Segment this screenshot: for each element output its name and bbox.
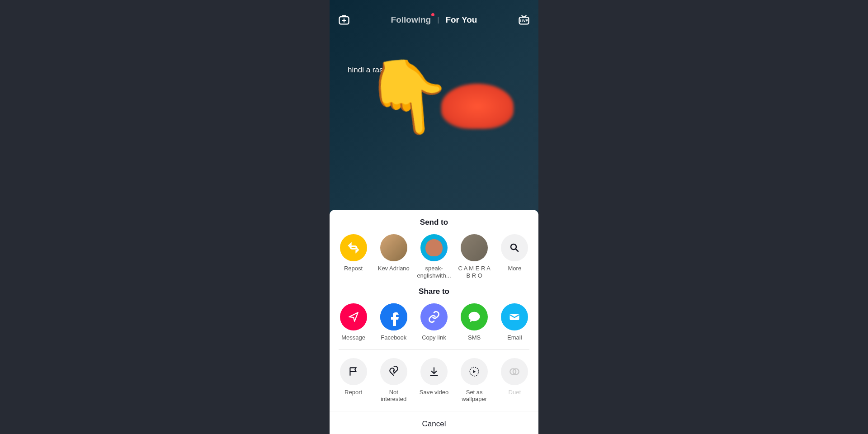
message-icon [340,303,367,330]
divider [339,349,529,350]
action-label: Set as wallpaper [456,389,492,403]
repost-button[interactable]: Repost [335,234,372,279]
contact-label: speak-englishwith... [416,265,452,279]
nav-tabs: Following | For You [391,15,477,25]
search-icon [501,234,528,261]
share-sms[interactable]: SMS [456,303,492,341]
download-icon [420,358,448,385]
contact-label: Kev Adriano [378,265,410,272]
share-copy-link[interactable]: Copy link [416,303,452,341]
tab-following[interactable]: Following [391,15,431,25]
share-to-title: Share to [330,287,538,296]
action-label: Not interested [376,389,412,403]
share-label: Copy link [422,334,446,341]
wallpaper-icon [461,358,488,385]
share-sheet: Send to Repost Kev Adriano speak-english… [330,210,538,434]
action-label: Save video [420,389,448,396]
tab-following-label: Following [391,15,431,24]
share-label: Facebook [381,334,406,341]
contact-label: C A M E R A B R O [456,265,492,279]
share-to-row: Message Facebook Copy link SMS [330,303,538,341]
action-label: Duet [509,389,521,396]
tab-divider: | [437,16,439,24]
contact-kev-adriano[interactable]: Kev Adriano [376,234,412,279]
send-to-title: Send to [330,218,538,227]
contact-speak-english[interactable]: speak-englishwith... [416,234,452,279]
action-label: Report [344,389,362,396]
action-not-interested[interactable]: Not interested [376,358,412,403]
facebook-icon [380,303,407,330]
email-icon [501,303,528,330]
cancel-button[interactable]: Cancel [330,411,538,434]
share-label: Email [507,334,522,341]
avatar [461,234,488,261]
repost-label: Repost [344,265,363,272]
avatar [380,234,407,261]
flag-icon [340,358,367,385]
repost-icon [340,234,367,261]
svg-text:LIVE: LIVE [520,19,528,23]
notification-dot-icon [431,13,434,16]
sms-icon [461,303,488,330]
camera-add-icon[interactable] [338,14,350,26]
live-icon[interactable]: LIVE [518,14,530,26]
share-message[interactable]: Message [335,303,372,341]
share-email[interactable]: Email [496,303,533,341]
phone-frame: hindi a ras pt5 5:50 52% Following | For… [330,0,538,434]
share-facebook[interactable]: Facebook [376,303,412,341]
send-to-row: Repost Kev Adriano speak-englishwith... … [330,234,538,279]
avatar [420,234,448,261]
contact-camera-bro[interactable]: C A M E R A B R O [456,234,492,279]
link-icon [420,303,448,330]
action-set-wallpaper[interactable]: Set as wallpaper [456,358,492,403]
top-nav: Following | For You LIVE [330,14,538,26]
action-duet: Duet [496,358,533,403]
pointing-down-hand-icon: 👇 [360,51,458,143]
share-label: SMS [468,334,481,341]
action-save-video[interactable]: Save video [416,358,452,403]
share-label: Message [341,334,365,341]
more-label: More [508,265,522,272]
more-contacts-button[interactable]: More [496,234,533,279]
actions-row: Report Not interested Save video Set as … [330,358,538,403]
tab-for-you[interactable]: For You [445,15,477,25]
duet-icon [501,358,528,385]
action-report[interactable]: Report [335,358,372,403]
broken-heart-icon [380,358,407,385]
